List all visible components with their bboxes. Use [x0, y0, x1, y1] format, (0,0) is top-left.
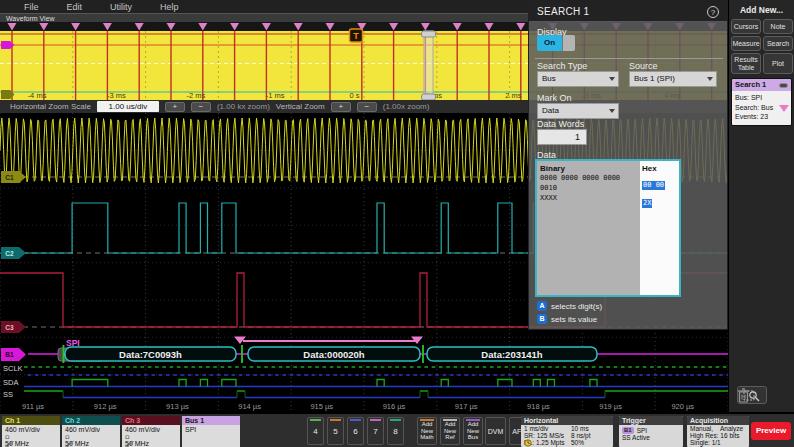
- add-new-buttons: Add New MathAdd New RefAdd New Bus: [417, 417, 483, 445]
- hex-header: Hex: [642, 164, 677, 173]
- binary-value-line2[interactable]: XXXX: [540, 193, 637, 203]
- sidebar-results-table-button[interactable]: Results Table: [731, 53, 761, 74]
- overview-time-label: -4 ms: [28, 91, 47, 100]
- hex-value-line2[interactable]: 2X: [642, 199, 652, 208]
- channel-bandwidth-row: 50 MHz: [2, 440, 60, 447]
- channel-6-button[interactable]: 6: [347, 417, 364, 445]
- channel-scale-label: 460 mV/div: [2, 425, 60, 434]
- menu-help[interactable]: Help: [160, 2, 179, 12]
- bandwidth-filter-icon: [5, 441, 14, 447]
- channel-scale-label: SPI: [182, 425, 240, 434]
- channel-color-stripe: [310, 419, 321, 421]
- visibility-pill-icon[interactable]: [779, 83, 788, 88]
- oscilloscope-app: FileEditUtilityHelp Waveform View -4 ms-…: [0, 0, 794, 447]
- source-dropdown[interactable]: Bus 1 (SPI): [629, 71, 717, 87]
- bus-name-label: SPI: [66, 338, 80, 348]
- overview-time-label: 0 s: [350, 91, 360, 100]
- mark-on-label: Mark On: [537, 93, 572, 103]
- sidebar-footer-icons: [729, 386, 794, 404]
- display-toggle[interactable]: On: [537, 35, 575, 51]
- bus-badge-label: B1: [5, 351, 14, 358]
- panel-divider: [535, 58, 723, 59]
- channel-badge-bus1[interactable]: Bus 1SPI: [182, 416, 240, 447]
- h-zoom-plus-button[interactable]: +: [165, 102, 185, 112]
- mark-on-value: Data: [542, 106, 559, 115]
- display-toggle-on: On: [537, 35, 562, 51]
- menu-utility[interactable]: Utility: [110, 2, 132, 12]
- binary-pane: Binary 0000 0000 0000 0000 0010 XXXX: [537, 161, 640, 295]
- clock-icon: [524, 439, 532, 447]
- zoom-window-top-handle[interactable]: [422, 31, 436, 37]
- mark-on-dropdown[interactable]: Data: [537, 103, 619, 119]
- channel-bandwidth-row: 50 MHz: [62, 440, 120, 447]
- add-new-math-button[interactable]: Add New Math: [417, 417, 437, 445]
- time-axis-label: 913 µs: [166, 402, 189, 411]
- menu-edit[interactable]: Edit: [67, 2, 83, 12]
- h-window: 10 ms: [571, 425, 589, 432]
- time-axis-label: 915 µs: [310, 402, 333, 411]
- overview-time-label: -3 ms: [107, 91, 126, 100]
- hint-a-text: selects digit(s): [551, 302, 602, 311]
- dvm-button[interactable]: DVM: [485, 417, 506, 445]
- channel-badge-header: Bus 1: [182, 416, 240, 425]
- add-new-label: Add New...: [729, 5, 794, 15]
- spi-decode-packet-label: Data:000020h: [303, 349, 364, 360]
- preview-button[interactable]: Preview: [751, 422, 791, 440]
- trash-icon[interactable]: [737, 388, 750, 403]
- channel-badges: Ch 1460 mV/divΩ50 MHzCh 2460 mV/divΩ50 M…: [2, 416, 240, 447]
- hex-value-line1[interactable]: 00 00: [642, 181, 665, 190]
- channel-5-button[interactable]: 5: [327, 417, 344, 445]
- menu-file[interactable]: File: [24, 2, 39, 12]
- chevron-down-icon: [707, 77, 713, 84]
- h-scale: 1 ms/div: [524, 425, 571, 432]
- sidebar-measure-button[interactable]: Measure: [731, 36, 761, 51]
- channel-badge-ch3[interactable]: Ch 3460 mV/divΩ50 MHz: [122, 416, 180, 447]
- v-zoom-factor-label: (1.00x zoom): [383, 102, 430, 111]
- search-results-card[interactable]: Search 1 Bus: SPI Search: Bus Events: 23: [731, 78, 792, 126]
- binary-value-line1[interactable]: 0000 0000 0000 0000 0010: [540, 173, 637, 193]
- time-axis-label: 916 µs: [383, 402, 406, 411]
- add-new-ref-button[interactable]: Add New Ref: [440, 417, 460, 445]
- binary-header: Binary: [540, 164, 637, 173]
- hint-b-text: sets its value: [551, 315, 597, 324]
- v-zoom-plus-button[interactable]: +: [331, 102, 351, 112]
- trigger-marker-label: T: [353, 31, 359, 41]
- acquisition-panel[interactable]: Acquisition Manual,Analyze High Res: 16 …: [687, 416, 749, 447]
- time-axis-label: 914 µs: [238, 402, 261, 411]
- source-label: Source: [629, 61, 658, 71]
- h-zoom-minus-button[interactable]: −: [191, 102, 211, 112]
- trigger-panel-title: Trigger: [619, 416, 683, 425]
- acq-resolution: High Res: 16 bits: [687, 432, 749, 439]
- data-words-input[interactable]: 1: [537, 129, 587, 145]
- channel-number-buttons: 45678: [307, 417, 404, 445]
- overview-zoom-window[interactable]: [424, 31, 433, 100]
- channel-badge-ch2[interactable]: Ch 2460 mV/divΩ50 MHz: [62, 416, 120, 447]
- trigger-panel[interactable]: Trigger B1SPI SS Active: [619, 416, 683, 447]
- channel-badge-ch1[interactable]: Ch 1460 mV/divΩ50 MHz: [2, 416, 60, 447]
- horizontal-panel-title: Horizontal: [521, 416, 613, 425]
- horizontal-panel[interactable]: Horizontal 1 ms/div10 ms SR: 125 MS/s8 n…: [521, 416, 613, 447]
- channel-7-button[interactable]: 7: [367, 417, 384, 445]
- search-type-dropdown[interactable]: Bus: [537, 71, 619, 87]
- h-zoom-factor-label: (1.00 kx zoom): [217, 102, 270, 111]
- channel-scale-label: 460 mV/div: [122, 425, 180, 434]
- data-pattern-editor[interactable]: Binary 0000 0000 0000 0000 0010 XXXX Hex…: [535, 159, 681, 297]
- help-icon[interactable]: ?: [707, 6, 719, 18]
- channel-4-button[interactable]: 4: [307, 417, 324, 445]
- hint-a: A selects digit(s): [537, 301, 602, 311]
- add-new-bus-button[interactable]: Add New Bus: [463, 417, 483, 445]
- search-type-value: Bus: [542, 74, 556, 83]
- sidebar-note-button[interactable]: Note: [763, 19, 793, 34]
- v-zoom-minus-button[interactable]: −: [357, 102, 377, 112]
- h-position: 50%: [571, 439, 584, 446]
- sidebar-plot-button[interactable]: Plot: [763, 53, 793, 74]
- chevron-down-icon: [609, 77, 615, 84]
- search-card-row-bus: Bus: SPI: [735, 93, 788, 103]
- right-sidebar: Add New... CursorsNoteMeasureSearchResul…: [728, 0, 794, 412]
- channel-8-button[interactable]: 8: [387, 417, 404, 445]
- sidebar-search-button[interactable]: Search: [763, 36, 793, 51]
- spi-decode-packet-label: Data:203141h: [481, 349, 542, 360]
- sidebar-cursors-button[interactable]: Cursors: [731, 19, 761, 34]
- h-zoom-scale-input[interactable]: 1.00 us/div: [97, 101, 159, 112]
- display-toggle-knob: [562, 35, 575, 51]
